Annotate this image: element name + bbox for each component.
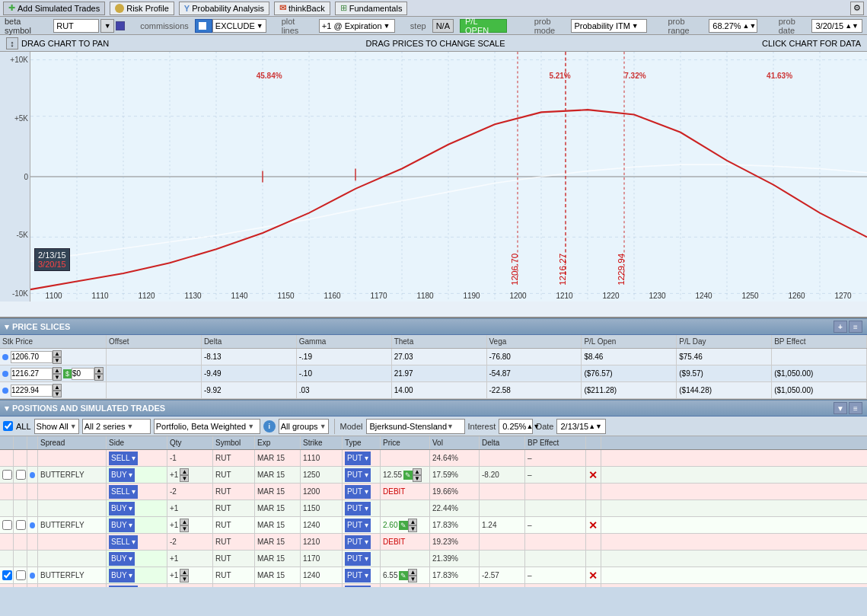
td-rmv-b3[interactable]: ✕ xyxy=(586,567,601,583)
prob-date-value[interactable]: 3/20/15 ▲▼ xyxy=(811,19,862,33)
positions-date-ctrl[interactable]: 2/13/15 ▲▼ xyxy=(556,419,606,434)
type-dropdown-s0[interactable]: PUT ▾ xyxy=(345,452,371,465)
positions-collapse[interactable]: ▾ xyxy=(5,404,9,413)
add-simulated-trades-button[interactable]: ✚ Add Simulated Trades xyxy=(3,2,105,15)
price-stepper-b3[interactable]: ▲▼ xyxy=(408,569,417,582)
side-dropdown-b1[interactable]: BUY ▾ xyxy=(109,468,135,482)
remove-btn-b1[interactable]: ✕ xyxy=(588,469,598,481)
remove-btn-b3[interactable]: ✕ xyxy=(588,570,598,582)
ps-down-2[interactable]: ▼ xyxy=(53,374,62,381)
beta-symbol-input[interactable]: RUT xyxy=(53,19,99,33)
show-all-dropdown[interactable]: Show All ▼ xyxy=(34,419,79,434)
ps-stepper-3[interactable]: ▲▼ xyxy=(53,384,62,397)
x-label-1200: 1200 xyxy=(495,292,541,300)
price-edit-b3[interactable]: ✎ xyxy=(399,571,408,580)
td-side-b2b2: BUY ▾ xyxy=(107,551,167,567)
ps-up-2[interactable]: ▲ xyxy=(53,367,62,374)
all-2-series-dropdown[interactable]: All 2 series ▼ xyxy=(82,419,151,434)
plus1-expiration-dropdown[interactable]: +1 @ Expiration ▼ xyxy=(319,19,395,33)
check2-b2[interactable] xyxy=(16,520,26,530)
price-slices-add-btn[interactable]: + xyxy=(834,321,847,333)
probability-analysis-button[interactable]: Y Probability Analysis xyxy=(179,2,269,15)
side-dropdown-b1s[interactable]: SELL ▾ xyxy=(109,485,138,499)
check2-b1[interactable] xyxy=(16,470,26,480)
commissions-color-btn[interactable] xyxy=(195,19,212,33)
td-qty-b2s: -2 xyxy=(167,534,213,550)
type-dropdown-b1s[interactable]: PUT ▾ xyxy=(345,485,371,499)
ps-down-1[interactable]: ▼ xyxy=(53,357,62,364)
td-qty-b2b2: +1 xyxy=(167,551,213,567)
qty-stepper-b1[interactable]: ▲▼ xyxy=(180,468,189,482)
side-dropdown-b2s[interactable]: SELL ▾ xyxy=(109,535,138,549)
type-dropdown-b3[interactable]: PUT ▾ xyxy=(345,569,371,582)
y-label-10k: +10K xyxy=(2,56,28,64)
ps-price-input-1[interactable] xyxy=(11,351,53,363)
x-label-1220: 1220 xyxy=(588,292,634,300)
price-slices-collapse[interactable]: ▾ xyxy=(5,322,9,332)
side-dropdown-b2b2[interactable]: BUY ▾ xyxy=(109,552,135,566)
type-dropdown-b2s[interactable]: PUT ▾ xyxy=(345,535,371,549)
td-rmv-b1[interactable]: ✕ xyxy=(586,467,601,483)
pl-open-btn[interactable]: P/L OPEN xyxy=(460,19,507,33)
fundamentals-button[interactable]: ⊞ Fundamentals xyxy=(335,2,408,15)
type-dropdown-b1[interactable]: PUT ▾ xyxy=(345,468,371,482)
ps-dollar-btn[interactable]: $ xyxy=(63,369,72,378)
price-slices-settings-btn[interactable]: ≡ xyxy=(849,321,862,333)
chart-canvas[interactable]: +10K +5K 0 -5K -10K xyxy=(0,52,867,302)
ps-down-3[interactable]: ▼ xyxy=(53,391,62,397)
qty-stepper-b2[interactable]: ▲▼ xyxy=(180,519,189,532)
risk-profile-button[interactable]: Risk Profile xyxy=(110,2,174,15)
type-dropdown-b2[interactable]: PUT ▾ xyxy=(345,519,371,532)
remove-btn-b2[interactable]: ✕ xyxy=(588,519,598,531)
check-b3[interactable] xyxy=(2,570,12,580)
prob-mode-dropdown[interactable]: Probability ITM ▼ xyxy=(571,19,647,33)
side-dropdown-b3s[interactable]: SELL ▾ xyxy=(109,586,138,588)
ps-price-input-2[interactable] xyxy=(11,368,53,380)
chart-expand-btn[interactable]: ↕ xyxy=(6,37,18,49)
side-dropdown-b3[interactable]: BUY ▾ xyxy=(109,569,135,582)
model-dropdown[interactable]: Bjerksund-Stensland ▼ xyxy=(366,419,465,434)
ps-stepper-1[interactable]: ▲▼ xyxy=(53,350,62,364)
price-stepper-b1[interactable]: ▲▼ xyxy=(413,468,422,482)
all-checkbox[interactable] xyxy=(3,421,13,431)
ps-up-3[interactable]: ▲ xyxy=(53,384,62,391)
qty-stepper-b3[interactable]: ▲▼ xyxy=(180,569,189,582)
x-label-1110: 1110 xyxy=(77,292,123,300)
check-b1[interactable] xyxy=(2,470,12,480)
price-stepper-b2[interactable]: ▲▼ xyxy=(408,519,417,532)
positions-collapse-btn[interactable]: ▼ xyxy=(834,402,847,414)
side-dropdown-s0[interactable]: SELL ▾ xyxy=(109,452,138,465)
type-dropdown-b2b2[interactable]: PUT ▾ xyxy=(345,552,371,566)
td-strike-s0: 1110 xyxy=(301,450,343,466)
price-edit-b2[interactable]: ✎ xyxy=(399,521,408,530)
portfolio-beta-weighted-dropdown[interactable]: Portfolio, Beta Weighted ▼ xyxy=(154,419,260,434)
thinkback-button[interactable]: ✉ thinkBack xyxy=(274,2,330,15)
ps-stepper-2[interactable]: ▲▼ xyxy=(53,367,62,381)
gear-button[interactable]: ⚙ xyxy=(850,2,864,15)
top-toolbar: ✚ Add Simulated Trades Risk Profile Y Pr… xyxy=(0,0,867,17)
td-vol-b1: 17.59% xyxy=(430,467,480,483)
pos-row-b3-buy: BUTTERFLY BUY ▾ +1 ▲▼ RUT MAR 15 1240 PU… xyxy=(0,567,867,584)
ps-offset-input-2[interactable] xyxy=(72,368,94,380)
td-rmv-b2[interactable]: ✕ xyxy=(586,517,601,533)
check-b2[interactable] xyxy=(2,520,12,530)
side-dropdown-b1b2[interactable]: BUY ▾ xyxy=(109,502,135,515)
type-dropdown-b3s[interactable]: PUT ▾ xyxy=(345,586,371,588)
positions-settings-btn[interactable]: ≡ xyxy=(849,402,862,414)
ps-down-2b[interactable]: ▼ xyxy=(94,374,104,381)
price-edit-b1[interactable]: ✎ xyxy=(403,471,413,480)
exclude-dropdown[interactable]: EXCLUDE ▼ xyxy=(212,19,266,33)
ps-up-1[interactable]: ▲ xyxy=(53,350,62,357)
beta-dropdown-btn[interactable]: ▼ xyxy=(100,19,114,33)
side-dropdown-b2[interactable]: BUY ▾ xyxy=(109,519,135,532)
ps-stepper-2b[interactable]: ▲▼ xyxy=(94,367,104,381)
ps-up-2b[interactable]: ▲ xyxy=(94,367,104,374)
check2-b3[interactable] xyxy=(16,570,26,580)
info-icon[interactable]: i xyxy=(263,420,276,432)
type-dropdown-b1b2[interactable]: PUT ▾ xyxy=(345,502,371,515)
all-groups-dropdown[interactable]: All groups ▼ xyxy=(279,419,329,434)
interest-box[interactable]: 0.25% ▲▼ xyxy=(499,419,533,434)
chart-area[interactable]: +10K +5K 0 -5K -10K xyxy=(0,52,867,318)
ps-price-input-3[interactable] xyxy=(11,385,53,397)
td-type-s0: PUT ▾ xyxy=(343,450,381,466)
